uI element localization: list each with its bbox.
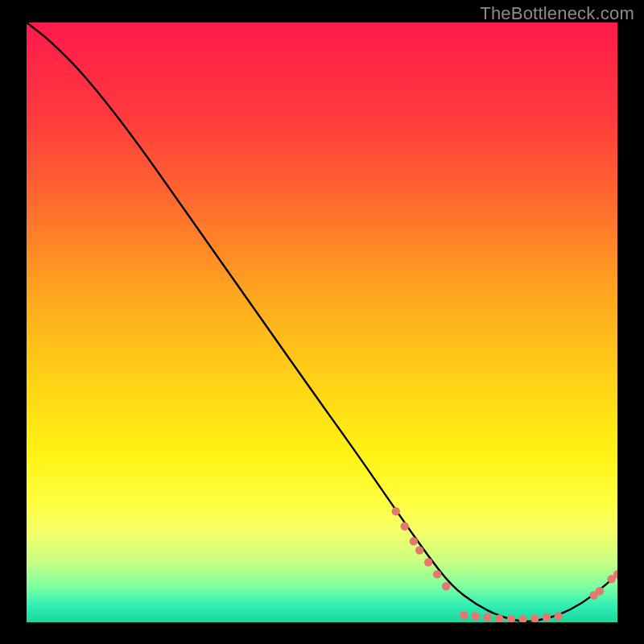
bottleneck-curve-chart — [27, 23, 617, 622]
curve-marker — [543, 613, 551, 621]
curve-marker — [554, 612, 562, 620]
curve-marker — [472, 612, 480, 620]
chart-frame: TheBottleneck.com — [0, 0, 644, 644]
attribution-label: TheBottleneck.com — [480, 3, 634, 24]
curve-marker — [460, 611, 468, 619]
curve-marker — [442, 582, 450, 590]
curve-marker — [433, 570, 441, 578]
curve-marker — [596, 587, 604, 595]
curve-marker — [424, 558, 432, 566]
curve-marker — [415, 546, 423, 554]
curve-marker — [410, 537, 418, 545]
curve-marker — [483, 613, 491, 621]
curve-marker — [392, 507, 400, 515]
curve-marker — [401, 522, 409, 530]
plot-area — [27, 23, 617, 622]
